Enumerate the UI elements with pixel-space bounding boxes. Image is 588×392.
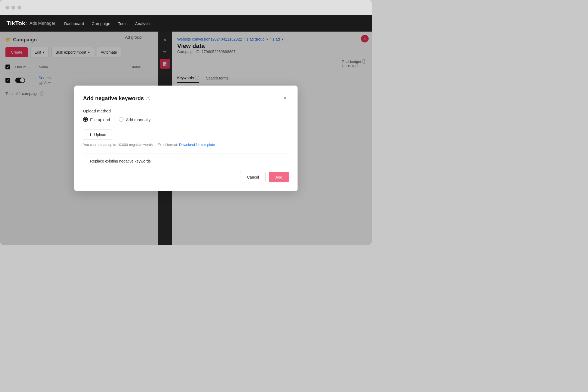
replace-keywords-checkbox[interactable] [83, 159, 87, 163]
nav-tools[interactable]: Tools [118, 21, 127, 26]
modal-title-info-icon: ? [146, 96, 150, 100]
upload-method-label: Upload method [83, 109, 289, 113]
modal-divider [83, 153, 289, 154]
cancel-button[interactable]: Cancel [240, 172, 266, 182]
radio-add-manually-circle [119, 117, 124, 122]
radio-file-upload-circle [83, 117, 88, 122]
replace-keywords-row: Replace existing negative keywords [83, 159, 289, 163]
top-navigation: TikTok: Ads Manager Dashboard Campaign T… [0, 15, 372, 32]
upload-btn-label: Upload [94, 133, 106, 137]
modal-header: Add negative keywords ? × [83, 94, 289, 102]
browser-chrome [0, 0, 372, 15]
logo-ads-manager-text: Ads Manager [29, 21, 55, 26]
logo-colon: : [25, 20, 27, 27]
radio-add-manually-label: Add manually [126, 117, 151, 122]
upload-hint-text: You can upload up to 10,000 negative wor… [83, 143, 289, 147]
main-content: 📁 Campaign Ad group Create Edit ▾ Bulk e… [0, 32, 372, 245]
nav-links: Dashboard Campaign Tools Analytics [64, 21, 151, 26]
radio-add-manually[interactable]: Add manually [119, 117, 151, 122]
nav-dashboard[interactable]: Dashboard [64, 21, 84, 26]
upload-hint-main: You can upload up to 10,000 negative wor… [83, 143, 178, 147]
upload-icon: ⬆ [89, 133, 92, 137]
radio-file-upload-label: File upload [90, 117, 110, 122]
replace-keywords-label: Replace existing negative keywords [90, 159, 151, 163]
traffic-light-close[interactable] [5, 6, 9, 10]
modal-close-button[interactable]: × [281, 94, 289, 102]
logo-tiktok-text: TikTok: [7, 20, 27, 27]
upload-method-radio-group: File upload Add manually [83, 117, 289, 122]
logo: TikTok: Ads Manager [7, 20, 55, 27]
app-container: TikTok: Ads Manager Dashboard Campaign T… [0, 15, 372, 245]
add-negative-keywords-modal: Add negative keywords ? × Upload method … [74, 86, 298, 191]
traffic-lights [5, 6, 21, 10]
nav-analytics[interactable]: Analytics [135, 21, 151, 26]
download-template-link[interactable]: Download file template [179, 143, 215, 147]
radio-file-upload[interactable]: File upload [83, 117, 110, 122]
upload-file-button[interactable]: ⬆ Upload [83, 130, 112, 140]
traffic-light-minimize[interactable] [11, 6, 15, 10]
modal-title: Add negative keywords ? [83, 95, 150, 101]
nav-campaign[interactable]: Campaign [92, 21, 110, 26]
add-button[interactable]: Add [269, 172, 289, 182]
modal-title-text: Add negative keywords [83, 95, 144, 101]
traffic-light-maximize[interactable] [17, 6, 21, 10]
modal-footer: Cancel Add [83, 172, 289, 182]
